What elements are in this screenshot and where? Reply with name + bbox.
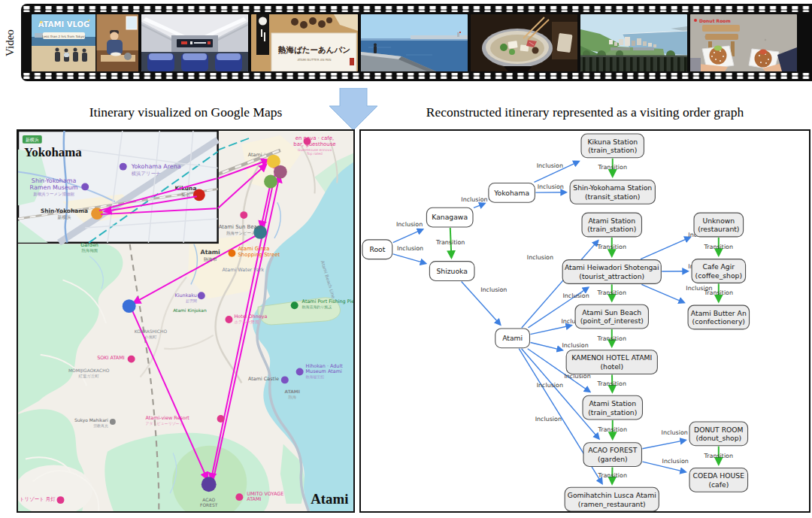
svg-text:(coffee_shop): (coffee_shop)	[695, 271, 742, 280]
film-frame-donuts: Donut Room	[690, 14, 797, 71]
bakery-sign-subtext: ATAMI BUTTER AN PAN	[297, 58, 331, 62]
region-label-atami: Atami	[311, 491, 348, 507]
graph-panel: InclusionInclusionInclusionInclusionIncl…	[359, 129, 810, 513]
map-label: Atami Port Fishing Pier	[302, 298, 353, 304]
map-label: bar, guesthouse	[293, 141, 335, 147]
graph-node-kamenoi: KAMENOI HOTEL ATAMI(hotel)	[566, 350, 657, 374]
edge-label: Transition	[704, 289, 733, 296]
edge-shotengai-butteran	[641, 284, 684, 302]
map-label: FOREST	[200, 502, 218, 507]
map-label: Atami Ginza	[238, 246, 269, 252]
film-frame-title-card: ATAMI VLOG ✦ ✦ Less than 2 hrs from Toky…	[32, 14, 138, 71]
map-label: Atami Kinjokan	[173, 307, 207, 314]
map-label: Shopping Street	[238, 252, 280, 258]
map-label: 起雲閣	[186, 298, 197, 304]
svg-text:Atami Station: Atami Station	[588, 217, 635, 225]
edge-label: Transition	[598, 426, 627, 433]
figure-root: Video	[0, 0, 812, 518]
edge-label: Inclusion	[562, 292, 589, 299]
video-filmstrip: ATAMI VLOG ✦ ✦ Less than 2 hrs from Toky…	[21, 4, 812, 81]
svg-text:COEDA HOUSE: COEDA HOUSE	[693, 471, 745, 480]
svg-text:DONUT ROOM: DONUT ROOM	[694, 426, 744, 434]
svg-text:Root: Root	[369, 245, 385, 253]
edge-label: Inclusion	[538, 183, 564, 190]
map-dot-poi	[235, 493, 243, 501]
map-dot-poi	[198, 292, 205, 299]
map-label: ATAMI	[247, 496, 261, 502]
svg-text:(donut_shop): (donut_shop)	[695, 434, 741, 442]
edge-label: Transition	[598, 472, 627, 479]
map-dot-poi	[128, 356, 135, 363]
map-label: MOMIJIGAOKACHO	[68, 368, 110, 374]
edge-label: Transition	[597, 289, 626, 296]
graph-node-root: Root	[362, 240, 392, 259]
map-dot-kamenoi-hotel-stop	[123, 299, 136, 313]
edge-label: Transition	[597, 335, 626, 342]
svg-text:(restaurant): (restaurant)	[698, 225, 739, 233]
edge-label: Transition	[704, 244, 733, 250]
sparkle-icon: ✦	[87, 18, 90, 23]
svg-text:(train_station): (train_station)	[588, 146, 637, 154]
map-dot-poi	[291, 301, 298, 309]
video-strip-label: Video	[4, 19, 19, 67]
film-frame-city-view	[580, 14, 687, 71]
map-label: KOARASHICHO	[135, 329, 168, 334]
edge-label: Inclusion	[535, 416, 562, 423]
svg-text:Cafe Agir: Cafe Agir	[703, 262, 735, 271]
graph-node-atami: Atami	[495, 329, 530, 348]
graph-node-shizuoka: Shizuoka	[429, 262, 474, 281]
edge-acao-donut	[642, 440, 686, 448]
map-label: ATAMI	[285, 389, 300, 394]
map-label: Atami	[248, 152, 262, 158]
svg-text:Atami Sun Beach: Atami Sun Beach	[582, 308, 641, 317]
map-dot-acao-forest-stop	[201, 477, 217, 492]
edge-label: Transition	[598, 164, 627, 171]
map-label: Shin-Yokohama	[41, 208, 88, 214]
svg-text:(ramen_restaurant): (ramen_restaurant)	[578, 500, 646, 508]
edge-root-kanagawa	[393, 229, 423, 243]
map-dot-poi	[57, 496, 65, 504]
graph-node-shotengai: Atami Heiwadori Shotengai(tourist_attrac…	[562, 260, 661, 284]
svg-text:Shizuoka: Shizuoka	[436, 267, 467, 275]
map-label: ホテル大野屋	[234, 320, 259, 324]
map-dot-ramen-stop	[274, 165, 287, 179]
svg-text:ACAO FOREST: ACAO FOREST	[588, 446, 638, 454]
svg-text:Shin-Yokohama Station: Shin-Yokohama Station	[573, 183, 652, 192]
edge-atami-kamenoi	[530, 343, 562, 350]
svg-text:(train_station): (train_station)	[587, 225, 636, 233]
inset-station-badge-text: 新横浜	[26, 137, 39, 142]
map-label: Yokohama Arena	[131, 163, 181, 170]
map-label: Atami-view Resort	[145, 415, 189, 421]
map-label: 小嵐町	[144, 335, 157, 339]
map-dot-poi	[240, 211, 247, 219]
map-dot-poi	[228, 250, 235, 257]
map-label: Hotel Ohnoya	[234, 314, 267, 320]
map-label: Museum Atami	[306, 368, 342, 374]
edge-label: Inclusion	[461, 196, 487, 203]
graph-node-shinyoko: Shin-Yokohama Station(transit_station)	[570, 180, 655, 204]
map-dot-shotengai-stop	[264, 175, 277, 189]
vlog-title-text: ATAMI VLOG	[38, 20, 89, 29]
map-label: SOKI ATAMI	[97, 355, 125, 361]
graph-node-gomi: Gomihatchin Lusca Atami(ramen_restaurant…	[565, 487, 659, 511]
map-label: 熱海	[288, 395, 296, 399]
svg-text:KAMENOI HOTEL ATAMI: KAMENOI HOTEL ATAMI	[571, 353, 652, 362]
svg-text:(point_of_interest): (point_of_interest)	[580, 317, 644, 325]
film-frame-train-interior	[141, 14, 248, 71]
edge-label: Inclusion	[480, 286, 507, 293]
map-dot-kikuna-station	[193, 189, 205, 201]
graph-node-sunbeach: Atami Sun Beach(point_of_interest)	[575, 304, 648, 329]
film-frame-hot-pot	[471, 14, 577, 71]
film-frame-bakery-sign: 熱海ばたーあんパン ATAMI BUTTER AN PAN	[251, 14, 358, 71]
edge-label: Inclusion	[537, 382, 563, 389]
map-label: Kiunkaku	[175, 292, 197, 298]
map-dot-yokohama-arena-poi	[120, 163, 127, 171]
map-label: Top rated	[306, 152, 323, 156]
map-dot-poi	[110, 419, 116, 425]
map-dot-poi	[296, 368, 304, 376]
graph-node-butteran: Atami Butter An(confectionery)	[688, 305, 749, 329]
svg-text:Gomihatchin Lusca Atami: Gomihatchin Lusca Atami	[568, 491, 656, 499]
edge-atami-sunbeach	[530, 326, 571, 335]
sparkle-icon: ✦	[39, 20, 44, 26]
edge-label: Inclusion	[662, 459, 689, 465]
